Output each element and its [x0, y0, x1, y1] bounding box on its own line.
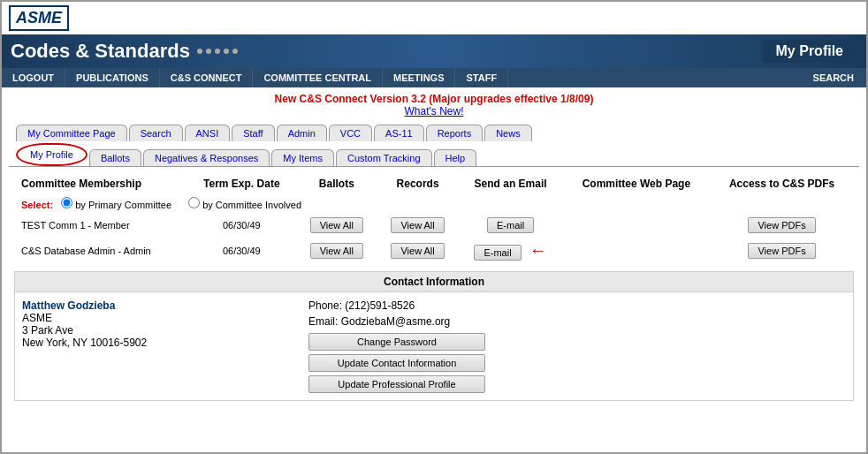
radio-primary-input[interactable]: [61, 197, 72, 208]
ballots-view-all-1[interactable]: View All: [310, 217, 363, 233]
change-password-btn[interactable]: Change Password: [308, 333, 485, 351]
banner-title: Codes & Standards: [11, 40, 762, 63]
dot-2: [206, 49, 211, 54]
term-exp-1: 06/30/49: [187, 214, 296, 237]
tab-reports[interactable]: Reports: [426, 125, 483, 141]
contact-email: Email: GodziebaM@asme.org: [308, 315, 846, 328]
tabs-row-2: My Profile Ballots Negatives & Responses…: [9, 143, 859, 166]
tabs-row-1: My Committee Page Search ANSI Staff Admi…: [9, 125, 859, 141]
select-label: Select:: [21, 200, 53, 210]
radio-involved[interactable]: by Committee Involved: [188, 200, 301, 210]
contact-left: Matthew Godzieba ASME 3 Park Ave New Yor…: [22, 299, 291, 393]
web-page-cell-1: [563, 214, 711, 237]
page-wrapper: ASME Codes & Standards My Profile LOGOUT…: [0, 0, 868, 454]
tab-vcc[interactable]: VCC: [329, 125, 372, 141]
committee-name-2: C&S Database Admin - Admin: [14, 237, 187, 264]
header-banner: Codes & Standards My Profile: [2, 34, 866, 68]
tab-custom-tracking[interactable]: Custom Tracking: [336, 149, 432, 166]
tab-my-committee-page[interactable]: My Committee Page: [16, 125, 127, 141]
radio-involved-label: by Committee Involved: [202, 200, 301, 210]
update-profile-btn[interactable]: Update Professional Profile: [308, 375, 485, 393]
dot-1: [197, 49, 202, 54]
header-top: ASME: [2, 2, 866, 34]
contact-buttons: Change Password Update Contact Informati…: [308, 333, 846, 393]
notice-link[interactable]: What's New!: [2, 105, 866, 117]
nav-logout[interactable]: LOGOUT: [2, 68, 65, 87]
col-web-page: Committee Web Page: [563, 174, 711, 193]
email-cell-2: E-mail ←: [459, 237, 563, 264]
ballots-view-all-2[interactable]: View All: [310, 243, 363, 259]
tab-news[interactable]: News: [484, 125, 532, 141]
radio-primary[interactable]: by Primary Committee: [61, 200, 174, 210]
nav-bar: LOGOUT PUBLICATIONS C&S CONNECT COMMITTE…: [2, 68, 866, 87]
ballots-cell-2: View All: [296, 237, 377, 264]
contact-right: Phone: (212)591-8526 Email: GodziebaM@as…: [308, 299, 846, 393]
tab-my-profile[interactable]: My Profile: [16, 143, 88, 166]
tab-negatives-responses[interactable]: Negatives & Responses: [143, 149, 270, 166]
dot-3: [215, 49, 220, 54]
radio-primary-label: by Primary Committee: [75, 200, 171, 210]
table-row: TEST Comm 1 - Member 06/30/49 View All V…: [14, 214, 854, 237]
nav-search[interactable]: SEARCH: [801, 68, 866, 87]
tab-admin[interactable]: Admin: [277, 125, 327, 141]
notice-section: New C&S Connect Version 3.2 (Major upgra…: [2, 87, 866, 119]
pdfs-cell-1: View PDFs: [710, 214, 854, 237]
nav-cs-connect[interactable]: C&S CONNECT: [160, 68, 254, 87]
records-cell-2: View All: [377, 237, 459, 264]
tab-staff[interactable]: Staff: [232, 125, 274, 141]
tab-as11[interactable]: AS-11: [374, 125, 424, 141]
contact-section: Contact Information Matthew Godzieba ASM…: [14, 271, 854, 401]
col-term-exp: Term Exp. Date: [187, 174, 296, 193]
records-view-all-1[interactable]: View All: [391, 217, 444, 233]
email-btn-1[interactable]: E-mail: [487, 217, 534, 233]
red-arrow-icon: ←: [529, 240, 547, 260]
asme-logo: ASME: [9, 5, 69, 31]
col-committee: Committee Membership: [14, 174, 187, 193]
term-exp-2: 06/30/49: [187, 237, 296, 264]
dot-4: [224, 49, 229, 54]
tab-ansi[interactable]: ANSI: [185, 125, 231, 141]
email-btn-2[interactable]: E-mail: [474, 245, 521, 261]
main-content: Committee Membership Term Exp. Date Ball…: [2, 167, 866, 408]
update-contact-btn[interactable]: Update Contact Information: [308, 354, 485, 372]
dot-5: [232, 49, 238, 54]
ballots-cell-1: View All: [296, 214, 377, 237]
nav-publications[interactable]: PUBLICATIONS: [65, 68, 160, 87]
banner-title-text: Codes & Standards: [11, 40, 190, 63]
tab-help[interactable]: Help: [434, 149, 477, 166]
nav-meetings[interactable]: MEETINGS: [383, 68, 455, 87]
contact-body: Matthew Godzieba ASME 3 Park Ave New Yor…: [15, 292, 853, 400]
banner-subtitle: My Profile: [762, 40, 857, 63]
pdfs-btn-1[interactable]: View PDFs: [748, 217, 815, 233]
tab-my-items[interactable]: My Items: [271, 149, 334, 166]
col-pdfs: Access to C&S PDFs: [710, 174, 854, 193]
table-row: C&S Database Admin - Admin 06/30/49 View…: [14, 237, 854, 264]
select-row: Select: by Primary Committee by Committe…: [14, 193, 854, 214]
contact-name: Matthew Godzieba: [22, 299, 291, 312]
records-view-all-2[interactable]: View All: [391, 243, 444, 259]
col-send-email: Send an Email: [459, 174, 563, 193]
tab-ballots[interactable]: Ballots: [89, 149, 141, 166]
records-cell-1: View All: [377, 214, 459, 237]
web-page-cell-2: [563, 237, 711, 264]
col-records: Records: [377, 174, 459, 193]
contact-phone: Phone: (212)591-8526: [308, 299, 846, 312]
committee-name-1: TEST Comm 1 - Member: [14, 214, 187, 237]
banner-dots: [197, 49, 238, 54]
nav-committee-central[interactable]: COMMITTEE CENTRAL: [253, 68, 383, 87]
contact-header: Contact Information: [15, 272, 853, 292]
contact-address2: New York, NY 10016-5902: [22, 337, 291, 349]
email-cell-1: E-mail: [459, 214, 563, 237]
contact-org: ASME: [22, 312, 291, 324]
radio-involved-input[interactable]: [188, 197, 200, 208]
nav-staff[interactable]: STAFF: [455, 68, 508, 87]
committee-table: Committee Membership Term Exp. Date Ball…: [14, 174, 854, 264]
contact-address1: 3 Park Ave: [22, 324, 291, 337]
pdfs-btn-2[interactable]: View PDFs: [748, 243, 815, 259]
tab-search[interactable]: Search: [129, 125, 183, 141]
notice-main: New C&S Connect Version 3.2 (Major upgra…: [2, 93, 866, 105]
pdfs-cell-2: View PDFs: [710, 237, 854, 264]
col-ballots: Ballots: [296, 174, 377, 193]
